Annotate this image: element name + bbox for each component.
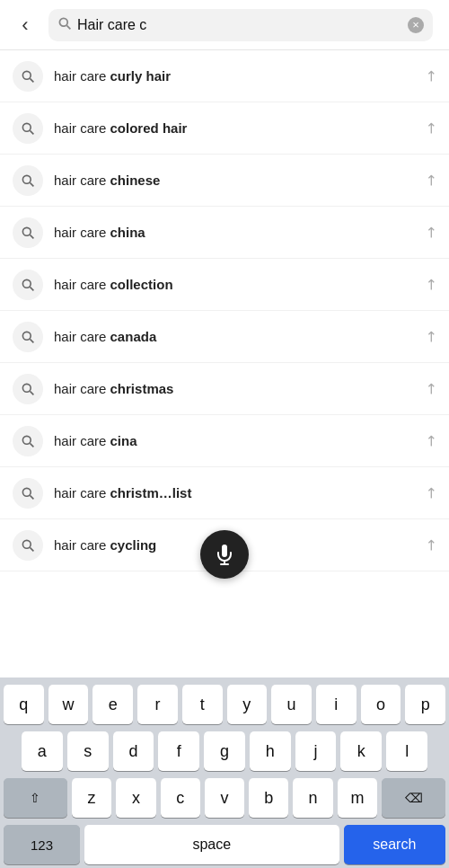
svg-line-3 <box>30 78 33 82</box>
key-q[interactable]: q <box>4 685 44 724</box>
go-key[interactable]: search <box>344 825 445 864</box>
back-icon: ‹ <box>22 13 28 37</box>
svg-point-14 <box>22 384 31 392</box>
key-d[interactable]: d <box>113 731 154 771</box>
svg-point-2 <box>22 71 31 79</box>
svg-point-18 <box>22 488 31 496</box>
svg-line-5 <box>30 130 33 134</box>
key-i[interactable]: i <box>316 685 357 724</box>
key-w[interactable]: w <box>48 685 89 724</box>
list-item[interactable]: hair care collection ↗ <box>0 259 449 311</box>
suggestion-text: hair care christmas <box>54 381 425 396</box>
search-icon <box>13 217 43 248</box>
keyboard: qwertyuiopasdfghjkl⇧zxcvbnm⌫123spacesear… <box>0 678 449 868</box>
svg-line-21 <box>30 547 33 551</box>
search-icon <box>13 165 43 196</box>
list-item[interactable]: hair care christmas ↗ <box>0 363 449 415</box>
suggestion-text: hair care cina <box>54 433 425 448</box>
svg-line-19 <box>30 495 33 499</box>
key-a[interactable]: a <box>22 731 63 771</box>
svg-point-4 <box>22 123 31 131</box>
key-s[interactable]: s <box>67 731 109 771</box>
search-icon <box>13 322 43 352</box>
delete-key[interactable]: ⌫ <box>382 778 445 818</box>
key-o[interactable]: o <box>361 685 401 724</box>
svg-point-10 <box>22 279 31 288</box>
shift-key[interactable]: ⇧ <box>4 778 67 818</box>
microphone-overlay <box>200 530 249 579</box>
header: ‹ <box>0 0 449 50</box>
key-b[interactable]: b <box>249 778 288 818</box>
search-icon <box>13 374 43 404</box>
search-input[interactable] <box>77 17 402 33</box>
list-item[interactable]: hair care curly hair ↗ <box>0 50 449 102</box>
search-icon <box>13 426 43 456</box>
key-p[interactable]: p <box>405 685 445 724</box>
search-icon <box>57 16 72 33</box>
svg-point-0 <box>59 18 67 26</box>
suggestion-text: hair care colored hair <box>54 120 425 136</box>
svg-line-7 <box>30 182 33 186</box>
key-y[interactable]: y <box>227 685 268 724</box>
key-f[interactable]: f <box>158 731 199 771</box>
suggestions-list: hair care curly hair ↗ hair care colored… <box>0 50 449 571</box>
suggestion-text: hair care canada <box>54 329 425 344</box>
key-n[interactable]: n <box>293 778 332 818</box>
microphone-button[interactable] <box>200 530 249 579</box>
suggestion-text: hair care christm…list <box>54 485 425 500</box>
list-item[interactable]: hair care china ↗ <box>0 207 449 259</box>
list-item[interactable]: hair care colored hair ↗ <box>0 102 449 155</box>
key-k[interactable]: k <box>340 731 382 771</box>
list-item[interactable]: hair care christm…list ↗ <box>0 467 449 519</box>
list-item[interactable]: hair care chinese ↗ <box>0 155 449 207</box>
svg-point-16 <box>22 436 31 444</box>
num-key[interactable]: 123 <box>4 825 80 864</box>
suggestion-text: hair care collection <box>54 277 425 292</box>
svg-point-20 <box>22 540 31 548</box>
microphone-icon <box>214 544 235 565</box>
back-button[interactable]: ‹ <box>9 9 41 41</box>
key-l[interactable]: l <box>386 731 427 771</box>
key-v[interactable]: v <box>205 778 244 818</box>
key-x[interactable]: x <box>116 778 155 818</box>
svg-line-11 <box>30 287 33 290</box>
search-icon <box>13 530 43 561</box>
svg-line-15 <box>30 391 33 394</box>
key-r[interactable]: r <box>137 685 178 724</box>
key-e[interactable]: e <box>92 685 133 724</box>
suggestion-text: hair care curly hair <box>54 68 425 84</box>
svg-line-1 <box>66 25 70 29</box>
svg-line-13 <box>30 339 33 342</box>
key-z[interactable]: z <box>72 778 111 818</box>
svg-line-17 <box>30 443 33 447</box>
search-icon <box>13 478 43 509</box>
svg-point-8 <box>22 227 31 235</box>
svg-point-12 <box>22 332 31 340</box>
suggestion-text: hair care chinese <box>54 173 425 188</box>
list-item[interactable]: hair care cina ↗ <box>0 415 449 467</box>
key-h[interactable]: h <box>250 731 291 771</box>
key-g[interactable]: g <box>204 731 245 771</box>
key-t[interactable]: t <box>182 685 223 724</box>
key-c[interactable]: c <box>161 778 200 818</box>
search-icon <box>13 61 43 92</box>
search-icon <box>13 270 43 300</box>
search-bar <box>48 9 433 41</box>
svg-point-6 <box>22 175 31 183</box>
key-u[interactable]: u <box>271 685 312 724</box>
space-key[interactable]: space <box>84 825 339 864</box>
key-j[interactable]: j <box>295 731 337 771</box>
clear-button[interactable] <box>408 17 424 33</box>
key-m[interactable]: m <box>338 778 377 818</box>
svg-line-9 <box>30 235 33 238</box>
list-item[interactable]: hair care canada ↗ <box>0 311 449 363</box>
suggestion-text: hair care china <box>54 225 425 240</box>
search-icon <box>13 113 43 144</box>
